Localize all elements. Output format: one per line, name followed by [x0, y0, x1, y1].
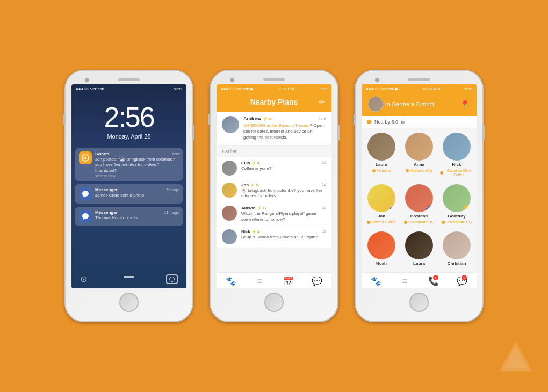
gd-laura2-avatar	[405, 231, 433, 259]
nb-jon-text: ☕ bringback from colombe? you have five …	[241, 188, 326, 199]
gd-nick-name: Nick	[452, 162, 462, 167]
ls-bottom: ⊙	[71, 274, 186, 284]
nb-andrew-text: @HEDWIG at the Belasco Theatre? Open cal…	[243, 122, 326, 141]
gd-anna-place: Alphabet City	[406, 169, 432, 173]
nb-ellis-time: 1d	[322, 161, 326, 165]
gd-tab-messages[interactable]: 💬 1	[448, 276, 477, 286]
gd-brendan-emoji: 💤	[425, 206, 433, 212]
ls-time: 2:56	[71, 103, 186, 131]
nb-ellis-header: Ellis ⚡ 4 1d	[241, 161, 326, 165]
nb-allison-name: Allison ⚡ 17	[241, 206, 267, 210]
nb-post-nick[interactable]: Nick ⚡ 4 1d Soup & Sando from Olive's at…	[217, 226, 331, 248]
notif-swarm[interactable]: Swarm now Jon posted: "☕ bringback from …	[75, 148, 183, 181]
phone-garment: ●●●○○ Verizon ▶ 10:14 AM 92% in Garment …	[355, 70, 484, 322]
nb-earlier-label: Earlier	[217, 146, 331, 157]
nb-post-allison[interactable]: Allison ⚡ 17 1d Watch the Rangers/Flyers…	[217, 202, 331, 226]
nb-time: 3:13 PM	[278, 86, 294, 91]
lockscreen-screen: ●●●○○ Verizon 52% 2:56 Monday, April 28	[71, 84, 186, 288]
camera-2	[230, 78, 234, 82]
gd-person-jon[interactable]: ☕ Jon Bowery Coffee	[365, 184, 398, 227]
camera-3	[375, 78, 379, 82]
gd-location: in Garment District	[368, 97, 434, 112]
nb-post-ellis[interactable]: Ellis ⚡ 4 1d Coffee anyone?	[217, 157, 331, 179]
gd-person-noah[interactable]: Noah	[365, 231, 398, 268]
nb-main-post[interactable]: Andrew ⚡ 8 23h @HEDWIG at the Belasco Th…	[217, 112, 331, 146]
home-button-1[interactable]	[119, 293, 139, 312]
nb-tab-plans[interactable]: 📅	[274, 276, 303, 286]
nb-allison-header: Allison ⚡ 17 1d	[241, 206, 326, 210]
gd-nearby-dot	[367, 120, 371, 124]
nb-nick-avatar	[222, 229, 237, 244]
notif-messenger-1-time: 5m ago	[167, 188, 179, 192]
gd-nick-place-text: Gasoline Alley Coffee	[444, 169, 473, 178]
gd-tab-menu[interactable]: ≡	[391, 276, 420, 286]
gd-jon-place: Bowery Coffee	[367, 220, 396, 224]
nb-nick-text: Soup & Sando from Olive's at 12:15pm?	[241, 235, 326, 240]
notif-swarm-header: Swarm now	[95, 151, 179, 156]
gd-noah-avatar	[367, 231, 395, 259]
gd-tab-phone[interactable]: 📞 1	[419, 276, 448, 286]
notif-messenger-1-app: Messenger	[95, 187, 118, 192]
nb-andrew-content: Andrew ⚡ 8 23h @HEDWIG at the Belasco Th…	[243, 116, 326, 141]
nb-post-jon[interactable]: Jon ⚡ 5 1d ☕ bringback from colombe? you…	[217, 179, 331, 203]
notif-messenger-2[interactable]: Messenger 11m ago Thomas Houston: ellis	[75, 207, 183, 226]
gd-person-christian[interactable]: Christian	[440, 231, 473, 268]
gd-person-nick[interactable]: Nick Gasoline Alley Coffee	[440, 133, 473, 180]
nb-jon-avatar	[222, 183, 237, 198]
nearby-screen: ●●●○○ Verizon ▶ 3:13 PM 71% Nearby Plans…	[217, 84, 331, 288]
gd-laura-place-text: Maialino	[377, 169, 391, 173]
gd-jon-avatar: ☕	[367, 184, 395, 212]
gd-nick-avatar	[443, 133, 471, 161]
notif-messenger-2-time: 11m ago	[164, 210, 179, 214]
gd-statusbar: ●●●○○ Verizon ▶ 10:14 AM 92%	[362, 84, 477, 93]
notif-messenger-2-app: Messenger	[95, 210, 118, 215]
gd-person-geoffroy[interactable]: 😊 Geoffroy Foursquare HQ	[440, 184, 473, 227]
home-button-3[interactable]	[409, 293, 429, 312]
gd-person-anna[interactable]: Anna Alphabet City	[402, 133, 436, 180]
nb-edit-icon[interactable]: ✏	[319, 98, 325, 106]
gd-jon-place-dot	[367, 221, 370, 224]
gd-carrier: ●●●○○ Verizon ▶	[366, 86, 399, 91]
gd-messages-badge: 1	[462, 275, 467, 280]
gd-person-laura[interactable]: Laura Maialino	[365, 133, 398, 180]
gd-tab-home[interactable]: 🐾	[362, 276, 391, 286]
swarm-icon	[79, 151, 92, 164]
gd-brendan-place: Foursquare HQ	[404, 220, 434, 224]
nb-tab-list[interactable]: ≡	[246, 276, 275, 286]
phone-top-3	[360, 78, 478, 81]
notif-swarm-content: Swarm now Jon posted: "☕ bringback from …	[95, 151, 179, 178]
gd-phone-badge: 1	[433, 275, 438, 280]
gd-anna-avatar	[405, 133, 433, 161]
gd-nick-place-dot	[440, 171, 443, 175]
nb-andrew-header: Andrew ⚡ 8 23h	[243, 116, 326, 121]
nb-nick-content: Nick ⚡ 4 1d Soup & Sando from Olive's at…	[241, 229, 326, 244]
lockscreen-content: ●●●○○ Verizon 52% 2:56 Monday, April 28	[71, 84, 186, 288]
gd-location-text: in Garment District	[385, 101, 434, 107]
gd-laura-name: Laura	[376, 162, 387, 167]
gd-user-avatar	[368, 97, 383, 112]
ls-camera-icon	[166, 274, 178, 284]
gd-person-laura2[interactable]: Laura	[402, 231, 436, 268]
nb-andrew-img	[222, 116, 239, 133]
notif-messenger-1[interactable]: Messenger 5m ago James Chae sent a photo…	[75, 184, 183, 204]
gd-anna-name: Anna	[414, 162, 424, 167]
gd-jon-place-text: Bowery Coffee	[371, 220, 396, 224]
gd-person-brendan[interactable]: 💤 Brendan Foursquare HQ	[402, 184, 436, 227]
gd-nearby-bar: Nearby 5.0 mi	[362, 116, 477, 128]
notif-messenger-1-header: Messenger 5m ago	[95, 187, 179, 192]
gd-jon-emoji: ☕	[387, 206, 395, 212]
phone-nearby: ●●●○○ Verizon ▶ 3:13 PM 71% Nearby Plans…	[210, 70, 338, 322]
camera-1	[85, 78, 89, 82]
gd-pin-icon[interactable]: 📍	[459, 99, 470, 110]
gd-nick-place: Gasoline Alley Coffee	[440, 169, 473, 178]
nb-ellis-text: Coffee anyone?	[241, 166, 326, 171]
nb-jon-time: 1d	[322, 183, 326, 187]
phone-top-2	[215, 78, 333, 81]
home-button-2[interactable]	[264, 293, 284, 312]
nb-tab-messages[interactable]: 💬	[303, 276, 332, 286]
gd-geoffroy-emoji: 😊	[463, 206, 471, 212]
nb-ellis-avatar	[222, 161, 237, 176]
nearby-content: ●●●○○ Verizon ▶ 3:13 PM 71% Nearby Plans…	[217, 84, 331, 288]
nb-tab-home[interactable]: 🐾	[217, 276, 246, 286]
gd-geoffroy-avatar: 😊	[443, 184, 471, 212]
